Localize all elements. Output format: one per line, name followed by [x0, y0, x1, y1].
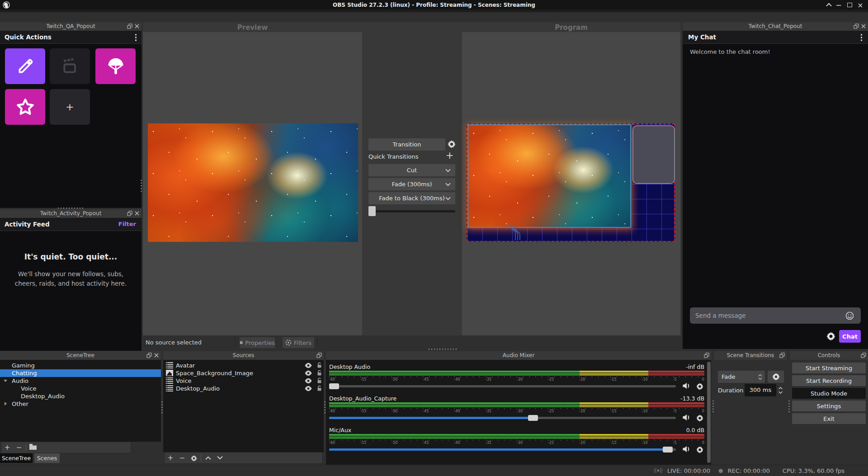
popout-icon[interactable] — [127, 24, 132, 29]
add-quick-transition-button[interactable]: + — [446, 150, 454, 161]
unlock-icon[interactable] — [316, 370, 322, 376]
properties-button[interactable]: Properties — [240, 337, 275, 348]
scene-row-other[interactable]: Other — [0, 400, 161, 408]
quick-action-edit-button[interactable] — [5, 48, 45, 84]
popout-icon[interactable] — [854, 24, 859, 29]
source-properties-gear-icon[interactable] — [188, 452, 200, 463]
settings-button[interactable]: Settings — [792, 401, 866, 411]
expander-right-icon[interactable] — [5, 402, 7, 405]
splitter-handle[interactable] — [712, 401, 714, 413]
chat-send-button[interactable]: Chat — [839, 330, 861, 343]
dock-title-controls[interactable]: Controls — [790, 351, 868, 360]
unlock-icon[interactable] — [316, 385, 322, 391]
window-close-button[interactable]: × — [856, 1, 864, 9]
source-row-space-background-image[interactable]: Space_Background_Image — [163, 369, 324, 377]
popout-icon[interactable] — [127, 211, 132, 216]
close-icon[interactable] — [154, 353, 159, 358]
folder-icon[interactable] — [27, 442, 39, 453]
popout-icon[interactable] — [861, 353, 866, 358]
chat-settings-gear-icon[interactable] — [826, 332, 835, 341]
program-canvas[interactable] — [467, 123, 675, 242]
window-maximize-button[interactable] — [845, 1, 854, 9]
duration-spin-buttons[interactable] — [777, 384, 784, 396]
start-recording-button[interactable]: Start Recording — [792, 375, 866, 386]
scene-row-voice[interactable]: Voice — [0, 385, 161, 392]
dock-title-twitch-qa[interactable]: Twitch_QA_Popout — [0, 22, 142, 31]
channel-gear-icon[interactable] — [696, 446, 703, 453]
expander-down-icon[interactable] — [4, 380, 7, 382]
splitter-handle[interactable] — [324, 401, 326, 415]
transition-tbar-track[interactable] — [368, 210, 455, 212]
splitter-handle[interactable] — [141, 180, 142, 193]
quick-transition-fade-to-black-button[interactable]: Fade to Black (300ms) — [368, 192, 455, 204]
popout-icon[interactable] — [316, 353, 322, 358]
dock-drag-handle[interactable] — [58, 207, 83, 209]
quick-transition-cut-button[interactable]: Cut — [368, 164, 455, 176]
chat-message-input[interactable] — [690, 307, 861, 324]
emote-smiley-icon[interactable] — [845, 311, 854, 320]
transition-properties-button[interactable] — [768, 371, 784, 383]
tab-scenes[interactable]: Scenes — [34, 453, 60, 463]
speaker-icon[interactable] — [682, 382, 691, 389]
unlock-icon[interactable] — [316, 362, 322, 368]
close-icon[interactable] — [134, 211, 140, 216]
transition-button[interactable]: Transition — [368, 138, 445, 151]
mixer-scrollbar[interactable] — [707, 362, 711, 463]
scene-row-desktop-audio[interactable]: Desktop_Audio — [0, 392, 161, 400]
unlock-icon[interactable] — [316, 377, 322, 384]
dock-title-twitch-chat[interactable]: Twitch_Chat_Popout — [683, 22, 868, 31]
scene-row-audio[interactable]: Audio — [0, 377, 161, 385]
quick-transition-fade-button[interactable]: Fade (300ms) — [368, 178, 455, 190]
transition-select[interactable]: Fade — [718, 371, 765, 383]
add-source-button[interactable]: + — [165, 452, 176, 463]
quick-action-add-button[interactable]: + — [50, 89, 90, 125]
exit-button[interactable]: Exit — [792, 413, 866, 424]
channel-gear-icon[interactable] — [696, 383, 703, 390]
popout-icon[interactable] — [146, 353, 152, 358]
speaker-icon[interactable] — [682, 446, 691, 452]
dock-drag-handle[interactable] — [429, 349, 457, 350]
duration-spinbox[interactable]: 300 ms — [745, 384, 776, 396]
tab-scenetree[interactable]: SceneTree — [0, 453, 33, 463]
remove-scene-button[interactable]: − — [13, 442, 25, 453]
filters-button[interactable]: Filters — [283, 337, 314, 348]
source-row-avatar[interactable]: Avatar — [163, 362, 324, 369]
window-minimize-button[interactable]: − — [835, 1, 843, 9]
combo-spinner[interactable] — [755, 371, 765, 383]
transition-tbar-handle[interactable] — [368, 206, 376, 216]
dock-title-scene-transitions[interactable]: Scene Transitions — [714, 351, 787, 360]
dock-title-scenetree[interactable]: SceneTree — [0, 351, 161, 360]
volume-slider[interactable] — [329, 447, 676, 453]
speaker-icon[interactable] — [682, 414, 691, 421]
kebab-menu-icon[interactable] — [860, 34, 863, 41]
close-icon[interactable] — [134, 24, 140, 29]
studio-mode-button[interactable]: Studio Mode — [792, 388, 866, 399]
channel-gear-icon[interactable] — [696, 415, 703, 422]
popout-icon[interactable] — [779, 353, 785, 358]
quick-action-drop-button[interactable] — [95, 48, 136, 84]
quick-action-clip-button[interactable] — [50, 48, 90, 84]
transition-gear-icon[interactable] — [448, 140, 456, 148]
dock-title-sources[interactable]: Sources — [163, 351, 324, 360]
scene-row-chatting[interactable]: Chatting — [0, 369, 161, 377]
move-source-up-button[interactable] — [202, 452, 214, 463]
preview-canvas[interactable] — [148, 123, 358, 242]
filter-link[interactable]: Filter — [118, 221, 136, 227]
splitter-handle[interactable] — [161, 401, 163, 415]
popout-icon[interactable] — [704, 353, 709, 358]
volume-slider[interactable] — [329, 383, 676, 390]
add-scene-button[interactable]: + — [1, 442, 13, 453]
visibility-eye-icon[interactable] — [304, 370, 312, 376]
visibility-eye-icon[interactable] — [304, 363, 312, 368]
visibility-eye-icon[interactable] — [304, 378, 312, 384]
quick-action-star-button[interactable] — [5, 89, 45, 125]
start-streaming-button[interactable]: Start Streaming — [792, 363, 866, 373]
kebab-menu-icon[interactable] — [135, 34, 137, 41]
volume-slider[interactable] — [329, 415, 676, 421]
close-icon[interactable] — [861, 24, 866, 29]
move-source-down-button[interactable] — [214, 452, 226, 463]
window-shade-button[interactable] — [825, 1, 833, 9]
dock-title-twitch-activity[interactable]: Twitch_Activity_Popout — [0, 209, 142, 218]
source-row-desktop-audio[interactable]: Desktop_Audio — [163, 385, 324, 392]
scene-row-gaming[interactable]: Gaming — [0, 362, 161, 369]
